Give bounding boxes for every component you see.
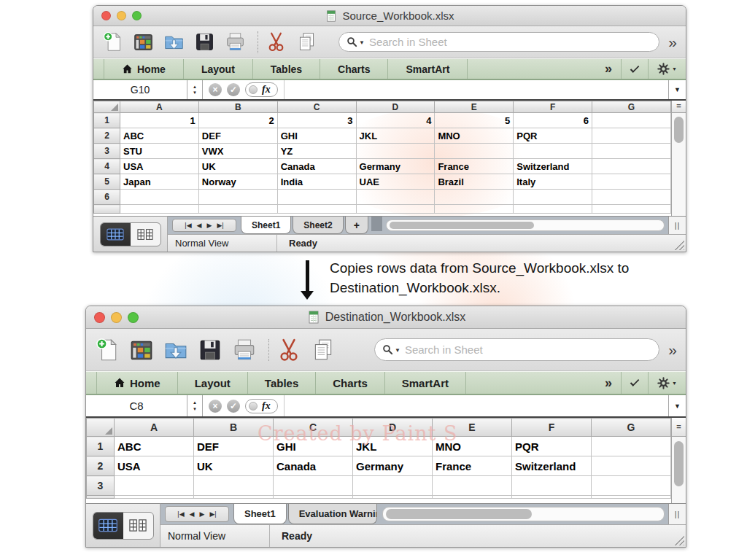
column-header-G[interactable]: G — [592, 419, 671, 437]
cell[interactable] — [592, 144, 671, 159]
row-header-3[interactable]: 3 — [87, 476, 115, 496]
cell[interactable]: India — [277, 174, 356, 190]
insert-function-button[interactable]: fx — [245, 82, 278, 97]
cell[interactable]: USA — [120, 159, 199, 174]
horizontal-scrollbar[interactable] — [386, 219, 665, 231]
search-input[interactable] — [403, 343, 651, 357]
tab-home[interactable]: Home — [104, 59, 184, 79]
cell[interactable] — [592, 476, 671, 496]
name-box[interactable] — [86, 395, 187, 416]
cut-button[interactable] — [266, 31, 287, 52]
cell[interactable] — [120, 205, 199, 214]
close-window-button[interactable] — [101, 11, 111, 20]
cell[interactable] — [115, 476, 194, 496]
search-field[interactable]: ▼ — [338, 32, 659, 52]
cell[interactable]: 4 — [356, 113, 435, 128]
minimize-window-button[interactable] — [117, 11, 126, 20]
row-header-3[interactable]: 3 — [94, 144, 120, 159]
ribbon-settings-button[interactable]: ▼ — [648, 372, 686, 394]
toolbar-overflow-button[interactable]: » — [668, 34, 677, 50]
vertical-scrollbar[interactable]: = — [671, 101, 686, 216]
toolbar-overflow-button[interactable]: » — [668, 342, 677, 357]
cell[interactable]: 1 — [120, 113, 199, 128]
tab-home[interactable]: Home — [96, 372, 178, 394]
cell[interactable] — [198, 190, 277, 205]
select-all-corner[interactable] — [87, 419, 115, 437]
column-header-E[interactable]: E — [435, 101, 514, 113]
normal-view-button[interactable] — [101, 223, 131, 246]
print-button[interactable] — [232, 338, 257, 362]
row-header-4[interactable]: 4 — [94, 159, 120, 174]
column-header-D[interactable]: D — [356, 101, 435, 113]
cell[interactable] — [512, 476, 592, 496]
cell[interactable] — [353, 476, 433, 496]
cell[interactable]: MNO — [435, 128, 514, 144]
first-sheet-button[interactable]: |◀ — [185, 222, 191, 229]
sheet-tab-sheet2[interactable]: Sheet2 — [293, 217, 343, 234]
cell[interactable]: ABC — [115, 437, 194, 456]
cell[interactable]: VWX — [198, 144, 277, 159]
name-box-input[interactable] — [93, 80, 187, 99]
search-scope-dropdown-icon[interactable]: ▼ — [395, 347, 400, 354]
cell[interactable]: GHI — [277, 128, 356, 144]
print-button[interactable] — [225, 31, 246, 52]
cell[interactable]: GHI — [274, 437, 353, 456]
zoom-window-button[interactable] — [132, 11, 142, 20]
vertical-scroll-thumb[interactable] — [674, 117, 684, 143]
tab-charts[interactable]: Charts — [316, 372, 385, 394]
cell[interactable]: PQR — [512, 437, 592, 456]
horizontal-scroll-thumb[interactable] — [386, 509, 532, 519]
cell[interactable] — [356, 190, 435, 205]
ribbon-overflow-button[interactable]: » — [596, 372, 621, 394]
ribbon-settings-button[interactable]: ▼ — [648, 59, 686, 79]
formula-bar-dropdown[interactable]: ▼ — [668, 80, 686, 99]
save-button[interactable] — [194, 31, 215, 52]
tab-layout[interactable]: Layout — [178, 372, 248, 394]
cell[interactable] — [514, 144, 592, 159]
minimize-window-button[interactable] — [111, 312, 122, 323]
cell[interactable]: France — [435, 159, 514, 174]
page-layout-view-button[interactable] — [131, 223, 160, 246]
column-header-A[interactable]: A — [120, 101, 199, 113]
cell[interactable] — [274, 496, 353, 499]
insert-function-button[interactable]: fx — [245, 399, 278, 413]
row-header-4[interactable] — [87, 496, 115, 499]
cell[interactable]: USA — [115, 456, 194, 476]
column-header-C[interactable]: C — [274, 419, 353, 437]
cell[interactable]: Brazil — [435, 174, 514, 190]
column-header-F[interactable]: F — [514, 101, 592, 113]
cell[interactable] — [592, 437, 671, 456]
tab-smartart[interactable]: SmartArt — [385, 372, 466, 394]
search-input[interactable] — [368, 35, 651, 49]
cell[interactable]: MNO — [433, 437, 512, 456]
search-field[interactable]: ▼ — [374, 338, 659, 361]
gallery-button[interactable] — [133, 31, 154, 52]
new-workbook-button[interactable] — [95, 338, 120, 362]
cell[interactable]: 5 — [435, 113, 514, 128]
cell[interactable]: DEF — [198, 128, 277, 144]
gallery-button[interactable] — [129, 338, 154, 362]
cell[interactable] — [433, 476, 512, 496]
cell[interactable] — [356, 144, 435, 159]
cancel-entry-button[interactable]: × — [209, 83, 222, 96]
cell[interactable] — [435, 190, 514, 205]
tab-layout[interactable]: Layout — [184, 59, 253, 79]
row-header-1[interactable]: 1 — [87, 437, 115, 456]
accept-entry-button[interactable]: ✓ — [227, 400, 240, 413]
copy-button[interactable] — [296, 31, 317, 52]
vertical-scrollbar[interactable]: = — [671, 418, 686, 503]
normal-view-button[interactable] — [93, 513, 123, 539]
cell[interactable] — [592, 205, 671, 214]
scrollbar-end-handle[interactable]: || — [668, 504, 686, 524]
cell[interactable] — [592, 113, 671, 128]
new-workbook-button[interactable] — [102, 31, 123, 52]
horizontal-scrollbar[interactable] — [382, 507, 665, 521]
resize-grip[interactable] — [673, 534, 684, 545]
row-header-6[interactable]: 6 — [94, 190, 120, 205]
column-header-B[interactable]: B — [194, 419, 274, 437]
cell[interactable]: Canada — [274, 456, 353, 476]
tab-smartart[interactable]: SmartArt — [388, 59, 468, 79]
cell[interactable]: Germany — [353, 456, 433, 476]
row-header-2[interactable]: 2 — [94, 128, 120, 144]
tab-charts[interactable]: Charts — [320, 59, 388, 79]
